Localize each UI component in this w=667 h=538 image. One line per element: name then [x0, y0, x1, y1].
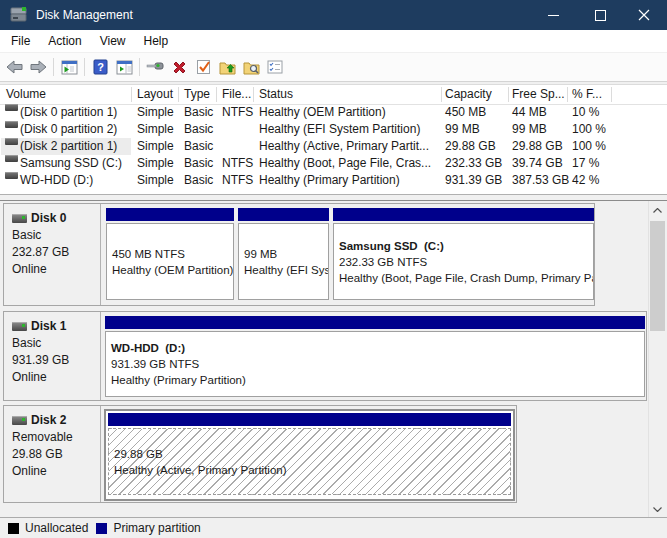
partition-color-bar: [105, 316, 645, 329]
console-tree-icon: [61, 60, 78, 75]
column-header-free[interactable]: Free Sp...: [512, 86, 565, 103]
column-header-pct[interactable]: % F...: [572, 86, 602, 103]
scrollbar-thumb[interactable]: [650, 221, 665, 331]
volume-row[interactable]: (Disk 0 partition 2) Simple Basic Health…: [0, 121, 667, 138]
cell-file: NTFS: [222, 155, 253, 172]
scroll-down-button[interactable]: [649, 500, 666, 518]
cell-layout: Simple: [137, 121, 174, 138]
column-header-volume[interactable]: Volume: [6, 86, 46, 103]
primary-partition-label: Primary partition: [113, 521, 200, 535]
partition-title: Samsung SSD (C:): [339, 238, 593, 254]
disk1-label[interactable]: Disk 1 Basic 931.39 GB Online: [4, 312, 101, 400]
folder-search-button[interactable]: [240, 56, 262, 78]
disk2-partition1-selected[interactable]: 29.88 GB Healthy (Active, Primary Partit…: [104, 409, 515, 501]
folder-up-icon: [219, 60, 236, 75]
cell-status: Healthy (Boot, Page File, Cras...: [259, 155, 431, 172]
cell-layout: Simple: [137, 138, 174, 155]
column-divider[interactable]: [253, 87, 254, 102]
disk1-partition1-wd-hdd[interactable]: WD-HDD (D:) 931.39 GB NTFS Healthy (Prim…: [105, 316, 645, 397]
volume-row[interactable]: WD-HDD (D:) Simple Basic NTFS Healthy (P…: [0, 172, 667, 189]
checklist-button[interactable]: [264, 56, 286, 78]
pointer-tool-icon: [146, 60, 164, 74]
toolbar-separator: [84, 58, 85, 76]
disk-name: Disk 0: [31, 210, 66, 227]
action-pane-button[interactable]: [113, 56, 135, 78]
disk0-partition2[interactable]: 99 MB Healthy (EFI System Partition): [238, 208, 329, 300]
cell-status: Healthy (Active, Primary Partit...: [259, 138, 429, 155]
toolbar: ?: [0, 53, 667, 82]
minimize-button[interactable]: [530, 0, 576, 30]
disk-status: Online: [12, 463, 100, 480]
cell-capacity: 99 MB: [445, 121, 480, 138]
scroll-up-button[interactable]: [649, 201, 666, 219]
column-divider[interactable]: [216, 87, 217, 102]
console-tree-button[interactable]: [58, 56, 80, 78]
check-document-button[interactable]: [192, 56, 214, 78]
disk0-partition1[interactable]: 450 MB NTFS Healthy (OEM Partition): [106, 208, 234, 300]
cell-layout: Simple: [137, 172, 174, 189]
vertical-scrollbar[interactable]: [648, 201, 666, 518]
cell-free: 29.88 GB: [512, 138, 563, 155]
partition-size: 29.88 GB: [114, 446, 510, 462]
pointer-tool-button[interactable]: [144, 56, 166, 78]
disk0-label[interactable]: Disk 0 Basic 232.87 GB Online: [4, 204, 101, 305]
back-icon: [6, 60, 23, 74]
partition-title: WD-HDD (D:): [111, 340, 644, 356]
svg-text:?: ?: [97, 61, 104, 73]
volume-row-selected[interactable]: (Disk 2 partition 1) Simple Basic Health…: [0, 138, 667, 155]
partition-size: 99 MB: [244, 246, 328, 262]
partition-health: Healthy (Boot, Page File, Crash Dump, Pr…: [339, 270, 593, 286]
disk-type: Removable: [12, 429, 100, 446]
delete-button[interactable]: [168, 56, 190, 78]
disk-status: Online: [12, 369, 100, 386]
forward-icon: [30, 60, 47, 74]
partition-health: Healthy (Active, Primary Partition): [114, 462, 510, 478]
cell-volume: (Disk 0 partition 2): [20, 121, 117, 138]
cell-free: 99 MB: [512, 121, 547, 138]
column-header-status[interactable]: Status: [259, 86, 293, 103]
back-button[interactable]: [3, 56, 25, 78]
cell-file: NTFS: [222, 172, 253, 189]
volume-row[interactable]: (Disk 0 partition 1) Simple Basic NTFS H…: [0, 104, 667, 121]
partition-health: Healthy (EFI System Partition): [244, 262, 328, 278]
column-header-type[interactable]: Type: [184, 86, 210, 103]
cell-pct: 17 %: [572, 155, 599, 172]
unallocated-swatch: [8, 523, 19, 534]
disk-size: 931.39 GB: [12, 352, 100, 369]
volume-icon: [5, 138, 18, 145]
help-button[interactable]: ?: [89, 56, 111, 78]
column-divider[interactable]: [508, 87, 509, 102]
partition-color-bar: [238, 208, 329, 221]
cell-type: Basic: [184, 155, 213, 172]
column-header-capacity[interactable]: Capacity: [445, 86, 492, 103]
menu-file[interactable]: File: [2, 30, 39, 52]
column-divider[interactable]: [611, 87, 612, 102]
column-divider[interactable]: [131, 87, 132, 102]
cell-file: NTFS: [222, 104, 253, 121]
cell-free: 387.53 GB: [512, 172, 569, 189]
close-button[interactable]: [621, 0, 667, 30]
forward-button[interactable]: [27, 56, 49, 78]
title-bar: Disk Management: [0, 0, 667, 30]
menu-action[interactable]: Action: [39, 30, 90, 52]
disk2-label[interactable]: Disk 2 Removable 29.88 GB Online: [4, 406, 101, 502]
maximize-button[interactable]: [577, 0, 623, 30]
cell-capacity: 29.88 GB: [445, 138, 496, 155]
disk1-row: Disk 1 Basic 931.39 GB Online WD-HDD (D:…: [3, 311, 647, 401]
unallocated-label: Unallocated: [25, 521, 88, 535]
menu-view[interactable]: View: [91, 30, 135, 52]
menu-help[interactable]: Help: [135, 30, 178, 52]
column-divider[interactable]: [567, 87, 568, 102]
column-divider[interactable]: [441, 87, 442, 102]
column-header-layout[interactable]: Layout: [137, 86, 173, 103]
disk-icon: [12, 214, 27, 223]
volume-row[interactable]: Samsung SSD (C:) Simple Basic NTFS Healt…: [0, 155, 667, 172]
column-divider[interactable]: [178, 87, 179, 102]
cell-volume: (Disk 0 partition 1): [20, 104, 117, 121]
toolbar-separator: [53, 58, 54, 76]
column-header-file[interactable]: File...: [222, 86, 251, 103]
disk0-partition3-samsung-ssd[interactable]: Samsung SSD (C:) 232.33 GB NTFS Healthy …: [333, 208, 594, 300]
disk-size: 232.87 GB: [12, 244, 100, 261]
folder-up-button[interactable]: [216, 56, 238, 78]
delete-icon: [172, 60, 187, 75]
